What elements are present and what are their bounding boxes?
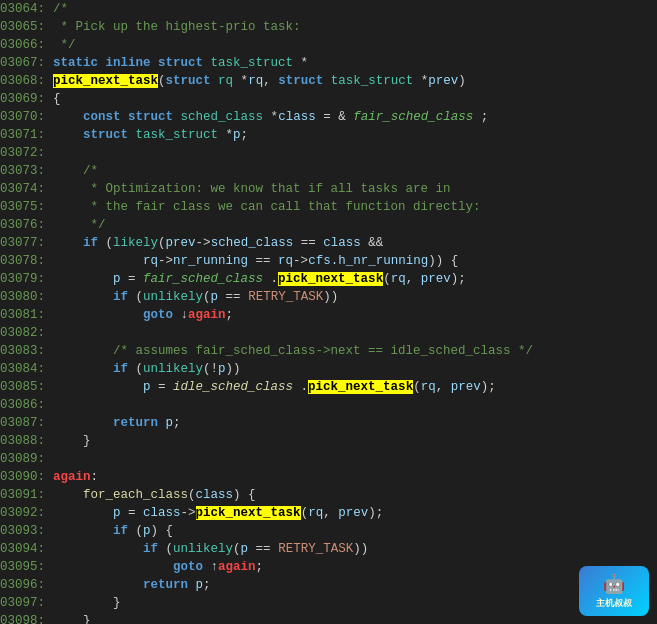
code-line: 03073: /* [0,162,657,180]
code-line: 03090: again: [0,468,657,486]
code-line: 03085: p = idle_sched_class .pick_next_t… [0,378,657,396]
watermark-icon: 🤖 [603,573,625,595]
watermark-label: 主机叔叔 [596,597,632,610]
code-line: 03088: } [0,432,657,450]
code-line: 03072: [0,144,657,162]
code-line: 03067: static inline struct task_struct … [0,54,657,72]
code-line: 03075: * the fair class we can call that… [0,198,657,216]
code-line: 03076: */ [0,216,657,234]
code-line: 03086: [0,396,657,414]
code-line: 03093: if (p) { [0,522,657,540]
code-line: 03064: /* [0,0,657,18]
code-line: 03079: p = fair_sched_class .pick_next_t… [0,270,657,288]
code-line: 03065: * Pick up the highest-prio task: [0,18,657,36]
code-line: 03092: p = class->pick_next_task(rq, pre… [0,504,657,522]
code-line: 03091: for_each_class(class) { [0,486,657,504]
code-editor: 03064: /* 03065: * Pick up the highest-p… [0,0,657,624]
code-line: 03095: goto ↑again; [0,558,657,576]
code-line: 03098: } [0,612,657,624]
code-line: 03097: } [0,594,657,612]
code-line: 03078: rq->nr_running == rq->cfs.h_nr_ru… [0,252,657,270]
watermark: 🤖 主机叔叔 [579,566,649,616]
code-line: 03071: struct task_struct *p; [0,126,657,144]
code-line: 03096: return p; [0,576,657,594]
code-line: 03080: if (unlikely(p == RETRY_TASK)) [0,288,657,306]
code-line: 03087: return p; [0,414,657,432]
code-line: 03069: { [0,90,657,108]
code-line: 03066: */ [0,36,657,54]
code-line: 03074: * Optimization: we know that if a… [0,180,657,198]
code-line: 03082: [0,324,657,342]
code-line: 03070: const struct sched_class *class =… [0,108,657,126]
code-line: 03089: [0,450,657,468]
code-line: 03083: /* assumes fair_sched_class->next… [0,342,657,360]
code-line: 03077: if (likely(prev->sched_class == c… [0,234,657,252]
code-line: 03084: if (unlikely(!p)) [0,360,657,378]
code-line: 03068: pick_next_task(struct rq *rq, str… [0,72,657,90]
code-line: 03081: goto ↓again; [0,306,657,324]
code-line: 03094: if (unlikely(p == RETRY_TASK)) [0,540,657,558]
